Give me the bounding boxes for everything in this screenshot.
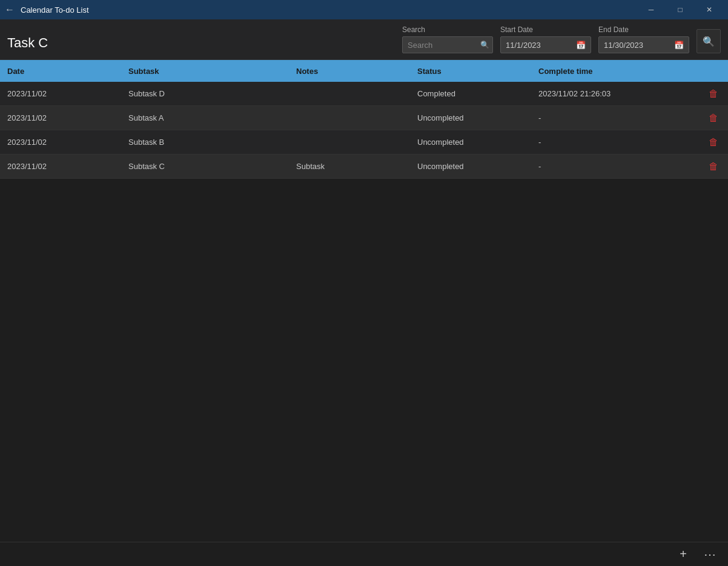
table-row: 2023/11/02 Subtask C Subtask Uncompleted… — [0, 155, 728, 179]
titlebar: ← Calendar To-do List ─ □ ✕ — [0, 0, 728, 19]
more-icon: ⋯ — [704, 547, 716, 562]
cell-date: 2023/11/02 — [0, 89, 121, 98]
cell-subtask: Subtask C — [121, 162, 289, 171]
col-header-subtask: Subtask — [121, 67, 289, 76]
minimize-button[interactable]: ─ — [637, 0, 665, 19]
window-controls: ─ □ ✕ — [637, 0, 723, 19]
search-action-button[interactable]: 🔍 — [697, 29, 721, 53]
cell-status: Completed — [410, 89, 531, 98]
start-date-box[interactable]: 11/1/2023 📅 — [500, 36, 591, 53]
header: Task C Search 🔍 Start Date 11/1/2023 📅 E… — [0, 19, 728, 60]
page-title: Task C — [7, 35, 48, 53]
cell-subtask: Subtask D — [121, 89, 289, 98]
titlebar-title: Calendar To-do List — [21, 5, 637, 15]
start-date-group: Start Date 11/1/2023 📅 — [500, 25, 591, 53]
close-button[interactable]: ✕ — [695, 0, 723, 19]
table-header: Date Subtask Notes Status Complete time — [0, 60, 728, 82]
delete-button[interactable]: 🗑 — [699, 82, 728, 105]
search-group: Search 🔍 — [402, 25, 493, 53]
cell-complete-time: 2023/11/02 21:26:03 — [531, 89, 699, 98]
more-button[interactable]: ⋯ — [699, 544, 721, 565]
back-button[interactable]: ← — [5, 4, 15, 15]
cell-date: 2023/11/02 — [0, 138, 121, 147]
end-date-calendar-icon[interactable]: 📅 — [674, 41, 684, 50]
col-header-complete-time: Complete time — [531, 67, 699, 76]
table-row: 2023/11/02 Subtask A Uncompleted - 🗑 — [0, 106, 728, 130]
cell-subtask: Subtask B — [121, 138, 289, 147]
delete-button[interactable]: 🗑 — [699, 106, 728, 130]
end-date-value: 11/30/2023 — [604, 41, 643, 50]
col-header-status: Status — [410, 67, 531, 76]
delete-button[interactable]: 🗑 — [699, 130, 728, 154]
add-icon: + — [680, 547, 687, 561]
cell-subtask: Subtask A — [121, 113, 289, 122]
cell-complete-time: - — [531, 113, 699, 122]
maximize-button[interactable]: □ — [666, 0, 694, 19]
table-body: 2023/11/02 Subtask D Completed 2023/11/0… — [0, 82, 728, 179]
cell-date: 2023/11/02 — [0, 162, 121, 171]
end-date-group: End Date 11/30/2023 📅 — [598, 25, 689, 53]
cell-status: Uncompleted — [410, 113, 531, 122]
table-row: 2023/11/02 Subtask B Uncompleted - 🗑 — [0, 130, 728, 155]
end-date-label: End Date — [598, 25, 689, 34]
col-header-date: Date — [0, 67, 121, 76]
search-action-icon: 🔍 — [703, 36, 715, 47]
cell-complete-time: - — [531, 138, 699, 147]
search-label: Search — [402, 25, 493, 34]
start-date-calendar-icon[interactable]: 📅 — [576, 41, 586, 50]
start-date-value: 11/1/2023 — [506, 41, 541, 50]
table-row: 2023/11/02 Subtask D Completed 2023/11/0… — [0, 82, 728, 106]
search-inline-icon: 🔍 — [480, 41, 489, 49]
cell-notes: Subtask — [289, 162, 410, 171]
delete-button[interactable]: 🗑 — [699, 155, 728, 178]
col-header-notes: Notes — [289, 67, 410, 76]
footer: + ⋯ — [0, 542, 728, 566]
start-date-label: Start Date — [500, 25, 591, 34]
search-input[interactable] — [408, 41, 480, 50]
end-date-box[interactable]: 11/30/2023 📅 — [598, 36, 689, 53]
cell-date: 2023/11/02 — [0, 113, 121, 122]
search-box[interactable]: 🔍 — [402, 36, 493, 53]
cell-status: Uncompleted — [410, 162, 531, 171]
cell-status: Uncompleted — [410, 138, 531, 147]
cell-complete-time: - — [531, 162, 699, 171]
add-button[interactable]: + — [672, 544, 694, 565]
